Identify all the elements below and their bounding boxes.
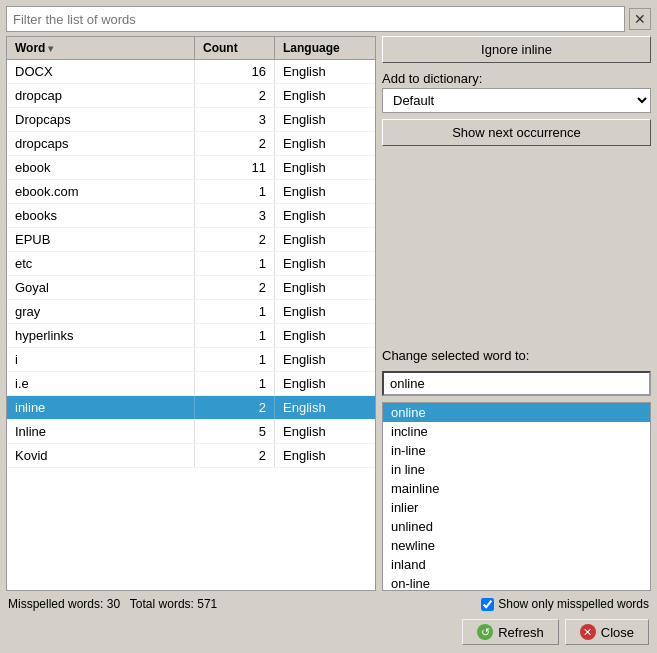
suggestion-item[interactable]: mainline xyxy=(383,479,650,498)
cell-word: Dropcaps xyxy=(7,108,195,131)
cell-language: English xyxy=(275,300,375,323)
filter-input[interactable] xyxy=(6,6,625,32)
show-misspelled-checkbox-area: Show only misspelled words xyxy=(481,597,649,611)
cell-word: i xyxy=(7,348,195,371)
cell-count: 2 xyxy=(195,396,275,419)
suggestion-item[interactable]: in-line xyxy=(383,441,650,460)
table-row[interactable]: dropcaps 2 English xyxy=(7,132,375,156)
cell-word: Inline xyxy=(7,420,195,443)
cell-language: English xyxy=(275,60,375,83)
cell-word: gray xyxy=(7,300,195,323)
header-language: Language xyxy=(275,37,375,59)
change-word-input[interactable] xyxy=(382,371,651,396)
status-bar: Misspelled words: 30 Total words: 571 Sh… xyxy=(6,595,651,613)
table-row[interactable]: ebook.com 1 English xyxy=(7,180,375,204)
add-to-dictionary-label: Add to dictionary: xyxy=(382,69,651,88)
table-row[interactable]: ebooks 3 English xyxy=(7,204,375,228)
cell-language: English xyxy=(275,108,375,131)
ignore-inline-button[interactable]: Ignore inline xyxy=(382,36,651,63)
suggestion-item[interactable]: online xyxy=(383,403,650,422)
table-row[interactable]: Dropcaps 3 English xyxy=(7,108,375,132)
table-row[interactable]: gray 1 English xyxy=(7,300,375,324)
cell-word: dropcap xyxy=(7,84,195,107)
suggestion-item[interactable]: incline xyxy=(383,422,650,441)
table-row[interactable]: Kovid 2 English xyxy=(7,444,375,468)
header-word-label: Word xyxy=(15,41,45,55)
cell-word: etc xyxy=(7,252,195,275)
cell-word: ebook.com xyxy=(7,180,195,203)
suggestion-item[interactable]: inlier xyxy=(383,498,650,517)
close-label: Close xyxy=(601,625,634,640)
cell-word: EPUB xyxy=(7,228,195,251)
cell-count: 2 xyxy=(195,228,275,251)
cell-word: Kovid xyxy=(7,444,195,467)
table-row[interactable]: i.e 1 English xyxy=(7,372,375,396)
filter-clear-button[interactable]: ✕ xyxy=(629,8,651,30)
word-list-body[interactable]: DOCX 16 English dropcap 2 English Dropca… xyxy=(7,60,375,590)
table-row[interactable]: etc 1 English xyxy=(7,252,375,276)
cell-word: DOCX xyxy=(7,60,195,83)
cell-language: English xyxy=(275,156,375,179)
total-label: Total words: 571 xyxy=(130,597,217,611)
change-word-label: Change selected word to: xyxy=(382,346,651,365)
cell-language: English xyxy=(275,324,375,347)
cell-count: 2 xyxy=(195,276,275,299)
dictionary-select[interactable]: Default Custom User xyxy=(382,88,651,113)
table-row[interactable]: dropcap 2 English xyxy=(7,84,375,108)
close-icon: ✕ xyxy=(580,624,596,640)
refresh-button[interactable]: ↺ Refresh xyxy=(462,619,559,645)
header-count: Count xyxy=(195,37,275,59)
suggestion-item[interactable]: in line xyxy=(383,460,650,479)
add-to-dictionary-section: Add to dictionary: Default Custom User xyxy=(382,69,651,113)
cell-count: 2 xyxy=(195,132,275,155)
cell-count: 5 xyxy=(195,420,275,443)
cell-language: English xyxy=(275,396,375,419)
cell-language: English xyxy=(275,252,375,275)
suggestion-item[interactable]: unlined xyxy=(383,517,650,536)
close-button[interactable]: ✕ Close xyxy=(565,619,649,645)
show-misspelled-checkbox[interactable] xyxy=(481,598,494,611)
cell-language: English xyxy=(275,204,375,227)
spacer xyxy=(382,152,651,340)
table-row[interactable]: Goyal 2 English xyxy=(7,276,375,300)
misspelled-status: Misspelled words: 30 Total words: 571 xyxy=(8,597,475,611)
cell-count: 1 xyxy=(195,348,275,371)
main-container: ✕ Word ▾ Count Language DOCX 16 xyxy=(0,0,657,653)
cell-count: 3 xyxy=(195,108,275,131)
table-row[interactable]: i 1 English xyxy=(7,348,375,372)
cell-word: ebooks xyxy=(7,204,195,227)
header-count-label: Count xyxy=(203,41,238,55)
show-next-button[interactable]: Show next occurrence xyxy=(382,119,651,146)
cell-word: i.e xyxy=(7,372,195,395)
cell-language: English xyxy=(275,276,375,299)
suggestion-item[interactable]: inland xyxy=(383,555,650,574)
suggestion-item[interactable]: newline xyxy=(383,536,650,555)
cell-word: ebook xyxy=(7,156,195,179)
table-row[interactable]: DOCX 16 English xyxy=(7,60,375,84)
filter-bar: ✕ xyxy=(6,6,651,32)
cell-count: 1 xyxy=(195,180,275,203)
cell-count: 2 xyxy=(195,444,275,467)
refresh-label: Refresh xyxy=(498,625,544,640)
cell-count: 1 xyxy=(195,252,275,275)
table-row[interactable]: inline 2 English xyxy=(7,396,375,420)
cell-word: Goyal xyxy=(7,276,195,299)
table-row[interactable]: hyperlinks 1 English xyxy=(7,324,375,348)
table-row[interactable]: Inline 5 English xyxy=(7,420,375,444)
cell-count: 3 xyxy=(195,204,275,227)
word-list-panel: Word ▾ Count Language DOCX 16 English dr… xyxy=(6,36,376,591)
table-row[interactable]: EPUB 2 English xyxy=(7,228,375,252)
cell-language: English xyxy=(275,420,375,443)
cell-count: 1 xyxy=(195,300,275,323)
suggestion-item[interactable]: on-line xyxy=(383,574,650,592)
cell-language: English xyxy=(275,84,375,107)
cell-language: English xyxy=(275,444,375,467)
right-panel: Ignore inline Add to dictionary: Default… xyxy=(382,36,651,591)
table-row[interactable]: ebook 11 English xyxy=(7,156,375,180)
cell-language: English xyxy=(275,180,375,203)
cell-word: inline xyxy=(7,396,195,419)
cell-count: 2 xyxy=(195,84,275,107)
cell-word: dropcaps xyxy=(7,132,195,155)
suggestions-list[interactable]: onlineinclinein-linein linemainlineinlie… xyxy=(382,402,651,592)
header-language-label: Language xyxy=(283,41,340,55)
